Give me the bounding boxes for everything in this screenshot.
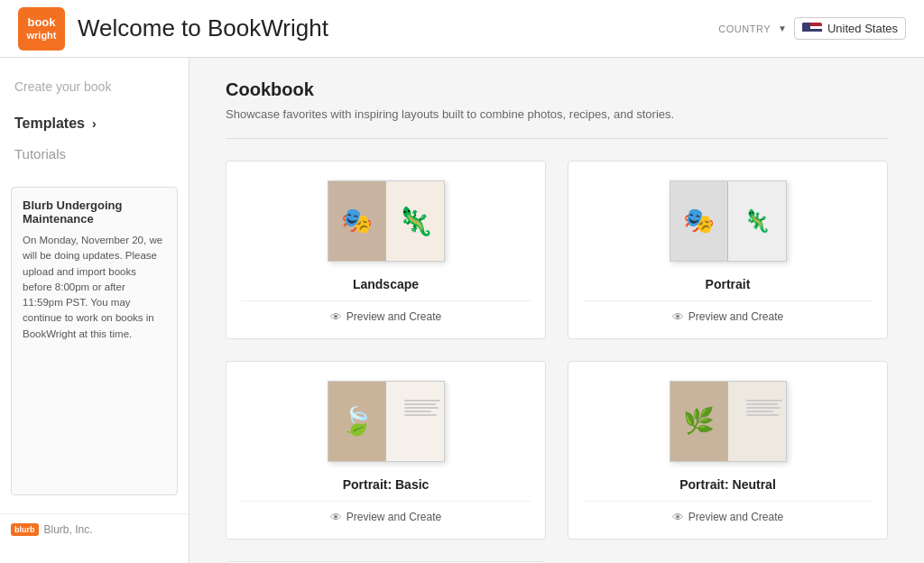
blurb-inc-label: Blurb, Inc.: [44, 523, 93, 536]
eye-icon-landscape: 👁: [330, 310, 342, 324]
cookbook-header: Cookbook Showcase favorites with inspiri…: [226, 58, 888, 139]
portrait-right-image: 🦎: [728, 181, 786, 261]
create-book-label: Create your book: [0, 76, 189, 108]
maintenance-body: On Monday, November 20, we will be doing…: [23, 233, 166, 342]
content-area: Cookbook Showcase favorites with inspiri…: [189, 58, 924, 563]
portrait-basic-text-lines: [404, 400, 440, 416]
app-logo: book wright: [18, 7, 65, 51]
neutral-line-1: [746, 400, 782, 401]
landscape-thumbnail: 🎭 🦎: [323, 176, 449, 266]
text-line-2: [404, 403, 436, 405]
text-line-4: [404, 411, 431, 412]
portrait-template-name: Portrait: [706, 277, 751, 291]
portrait-neutral-book-spread: 🌿: [670, 381, 787, 462]
landscape-preview-link[interactable]: 👁 Preview and Create: [241, 300, 531, 324]
portrait-basic-thumbnail: 🍃: [323, 376, 449, 466]
portrait-neutral-page-right: [728, 382, 786, 461]
portrait-neutral-left-image: 🌿: [670, 382, 728, 461]
app-header: book wright Welcome to BookWright COUNTR…: [0, 0, 924, 58]
portrait-preview-link[interactable]: 👁 Preview and Create: [583, 300, 873, 324]
sidebar-footer: blurb Blurb, Inc.: [0, 513, 189, 545]
text-line-1: [404, 400, 440, 401]
text-line-5: [404, 414, 437, 416]
portrait-neutral-page-left: 🌿: [670, 382, 729, 461]
logo-wright-text: wright: [27, 30, 57, 42]
food-icon-basic: 🍃: [340, 405, 374, 437]
template-card-portrait: 🎭 🦎 Portrait 👁 Preview and Create: [568, 161, 888, 339]
neutral-line-4: [746, 411, 773, 412]
template-card-portrait-neutral: 🌿: [568, 361, 888, 540]
landscape-right-image: 🦎: [386, 181, 444, 261]
portrait-basic-preview-label: Preview and Create: [346, 511, 441, 523]
sidebar-item-tutorials[interactable]: Tutorials: [0, 139, 189, 169]
landscape-template-name: Landscape: [353, 277, 419, 291]
country-dropdown[interactable]: United States: [794, 17, 906, 40]
template-card-portrait-basic: 🍃: [226, 361, 546, 540]
country-name-label: United States: [827, 22, 898, 35]
templates-label: Templates: [14, 115, 85, 132]
red-dragon-icon: 🦎: [395, 202, 434, 239]
country-label: COUNTRY: [718, 23, 771, 34]
portrait-neutral-text-lines: [746, 400, 782, 416]
cookbook-title: Cookbook: [226, 79, 888, 100]
blurb-logo-small: blurb: [11, 523, 39, 536]
portrait-red-icon: 🦎: [744, 208, 771, 234]
neutral-line-2: [746, 403, 778, 405]
portrait-book-spread: 🎭 🦎: [670, 180, 787, 262]
eye-icon-portrait-neutral: 👁: [672, 511, 684, 524]
logo-book-text: book: [27, 15, 55, 30]
page-title: Welcome to BookWright: [78, 14, 328, 42]
maintenance-notice: Blurb Undergoing Maintenance On Monday, …: [11, 187, 178, 495]
text-line-3: [404, 407, 439, 409]
portrait-page-left: 🎭: [670, 181, 729, 261]
template-card-landscape: 🎭 🦎 Landscape 👁 Preview and Create: [226, 161, 546, 339]
templates-chevron-icon: ›: [92, 116, 97, 131]
portrait-basic-template-name: Portrait: Basic: [343, 477, 430, 492]
landscape-book-spread: 🎭 🦎: [328, 180, 445, 262]
country-chevron-icon[interactable]: ▼: [778, 23, 787, 33]
eye-icon-portrait-basic: 👁: [330, 511, 342, 524]
landscape-page-left: 🎭: [328, 181, 387, 261]
portrait-left-image: 🎭: [670, 181, 728, 261]
portrait-basic-preview-link[interactable]: 👁 Preview and Create: [241, 501, 531, 524]
portrait-dark-icon: 🎭: [683, 206, 715, 235]
landscape-page-right: 🦎: [386, 181, 444, 261]
sidebar-item-templates[interactable]: Templates ›: [0, 108, 189, 139]
country-selector-area: COUNTRY ▼ United States: [718, 17, 906, 40]
cookbook-description: Showcase favorites with inspiring layout…: [226, 106, 888, 124]
portrait-basic-page-right: [386, 382, 444, 461]
neutral-line-5: [746, 414, 779, 416]
eye-icon-portrait: 👁: [672, 310, 684, 324]
us-flag-icon: [802, 23, 822, 35]
portrait-neutral-thumbnail: 🌿: [665, 376, 791, 466]
sidebar: Create your book Templates › Tutorials B…: [0, 58, 189, 563]
tutorials-label: Tutorials: [14, 146, 66, 162]
portrait-preview-label: Preview and Create: [688, 310, 783, 323]
maintenance-title: Blurb Undergoing Maintenance: [23, 198, 166, 226]
food-icon-neutral: 🌿: [683, 406, 715, 436]
portrait-neutral-template-name: Portrait: Neutral: [679, 477, 776, 492]
templates-grid: 🎭 🦎 Landscape 👁 Preview and Create: [226, 161, 888, 540]
portrait-neutral-preview-label: Preview and Create: [688, 511, 783, 523]
main-layout: Create your book Templates › Tutorials B…: [0, 58, 924, 563]
landscape-preview-label: Preview and Create: [346, 310, 441, 323]
portrait-basic-page-left: 🍃: [328, 382, 387, 461]
dark-figure-icon: 🎭: [341, 206, 373, 235]
neutral-line-3: [746, 407, 781, 409]
portrait-basic-left-image: 🍃: [328, 382, 386, 461]
portrait-basic-book-spread: 🍃: [328, 381, 445, 462]
portrait-thumbnail: 🎭 🦎: [665, 176, 791, 266]
landscape-left-image: 🎭: [328, 181, 386, 261]
portrait-page-right: 🦎: [728, 181, 786, 261]
portrait-neutral-preview-link[interactable]: 👁 Preview and Create: [583, 501, 873, 524]
